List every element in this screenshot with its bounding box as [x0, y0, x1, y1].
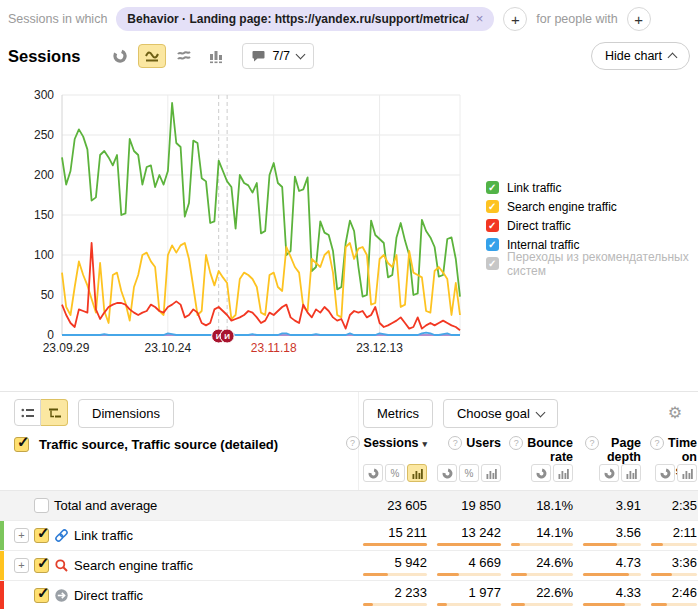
legend-checkbox-icon[interactable] [486, 238, 499, 251]
time-on-site-value: 2:46 [651, 581, 697, 609]
expand-button[interactable] [14, 528, 29, 543]
legend-item[interactable]: Link traffic [486, 181, 698, 194]
help-icon[interactable] [585, 436, 599, 450]
pie-toggle-icon[interactable] [363, 464, 383, 482]
row-label: Total and average [54, 498, 157, 513]
help-icon[interactable] [509, 436, 523, 450]
row-checkbox[interactable] [34, 498, 49, 513]
hide-chart-button[interactable]: Hide chart [591, 42, 690, 70]
view-toggle-group [14, 399, 68, 426]
svg-text:200: 200 [34, 168, 54, 182]
comment-bubble-icon [252, 50, 265, 62]
metrics-toolbar-group: Metrics Choose goal [363, 399, 558, 428]
pie-toggle-icon[interactable] [655, 464, 675, 482]
section-divider [0, 391, 698, 392]
hide-chart-label: Hide chart [605, 49, 662, 63]
legend-checkbox-icon[interactable] [486, 257, 499, 270]
sessions-value: 23 605 [363, 491, 427, 520]
legend-label: Переходы из рекомендательных систем [507, 250, 698, 278]
tree-view-button[interactable] [41, 399, 68, 426]
users-toggles: % [437, 464, 501, 482]
percent-toggle-icon[interactable]: % [459, 464, 479, 482]
tree-view-icon [47, 406, 62, 420]
dimensions-button[interactable]: Dimensions [78, 399, 174, 428]
chart-type-switcher [106, 44, 230, 68]
row-checkbox[interactable] [34, 528, 49, 543]
row-checkbox[interactable] [34, 588, 49, 603]
time-on-site-value: 2:11 [651, 521, 697, 550]
time-on-site-value: 3:36 [651, 551, 697, 580]
remove-segment-icon[interactable] [476, 14, 484, 24]
metrics-button[interactable]: Metrics [363, 399, 433, 428]
legend-item[interactable]: Search engine traffic [486, 200, 698, 213]
legend-item[interactable]: Переходы из рекомендательных систем [486, 257, 698, 270]
legend-label: Direct traffic [507, 219, 571, 233]
bars-toggle-icon[interactable] [621, 464, 641, 482]
add-user-condition-button[interactable] [627, 7, 651, 31]
bars-toggle-icon[interactable] [677, 464, 697, 482]
row-label[interactable]: Search engine traffic [74, 558, 193, 573]
pie-toggle-icon[interactable] [599, 464, 619, 482]
dimension-select-all-checkbox[interactable] [14, 437, 29, 452]
choose-goal-button[interactable]: Choose goal [443, 399, 558, 428]
sessions-value: 2 233 [363, 581, 427, 609]
expand-button[interactable] [14, 558, 29, 573]
legend-checkbox-icon[interactable] [486, 219, 499, 232]
legend-checkbox-icon[interactable] [486, 181, 499, 194]
bars-toggle-icon[interactable] [481, 464, 501, 482]
page-depth-value: 3.56 [583, 521, 641, 550]
yandex-metrica-report: Sessions in which Behavior · Landing pag… [0, 0, 698, 609]
bounce-rate-value: 22.6% [511, 581, 573, 609]
help-icon[interactable] [448, 436, 462, 450]
page-depth-toggles [583, 464, 641, 482]
sessions-value: 5 942 [363, 551, 427, 580]
segment-chip[interactable]: Behavior · Landing page: https://yandex.… [116, 7, 494, 31]
metrics-label: Metrics [377, 406, 419, 421]
percent-toggle-icon[interactable]: % [385, 464, 405, 482]
row-checkbox[interactable] [34, 558, 49, 573]
chevron-down-icon [535, 407, 545, 417]
page-depth-value: 4.73 [583, 551, 641, 580]
bounce-rate-toggles [511, 464, 573, 482]
svg-text:23.12.13: 23.12.13 [356, 341, 403, 355]
svg-text:300: 300 [34, 88, 54, 102]
stacked-areas-icon [176, 48, 192, 64]
legend-label: Search engine traffic [507, 200, 617, 214]
bounce-rate-value: 14.1% [511, 521, 573, 550]
page-depth-value: 4.33 [583, 581, 641, 609]
flat-list-view-button[interactable] [14, 399, 41, 426]
help-icon[interactable] [650, 436, 664, 450]
line-chart-type-button[interactable] [138, 44, 166, 68]
help-icon[interactable] [346, 436, 360, 450]
pie-chart-type-button[interactable] [106, 44, 134, 68]
users-value: 1 977 [437, 581, 501, 609]
annotations-dropdown[interactable]: 7/7 [242, 43, 313, 69]
svg-text:23.10.24: 23.10.24 [144, 341, 191, 355]
table-row-direct-traffic: Direct traffic 2 233 1 977 22.6% 4.33 2:… [0, 581, 698, 609]
table-settings-gear-icon[interactable] [668, 403, 682, 422]
pie-toggle-icon[interactable] [531, 464, 551, 482]
legend-checkbox-icon[interactable] [486, 200, 499, 213]
row-label[interactable]: Link traffic [74, 528, 133, 543]
add-session-condition-button[interactable] [503, 7, 527, 31]
column-chart-type-button[interactable] [202, 44, 230, 68]
svg-text:23.09.29: 23.09.29 [43, 341, 90, 355]
segment-chip-label: Behavior · Landing page: https://yandex.… [127, 12, 468, 26]
sessions-chart: 05010015020025030023.09.2923.10.2423.11.… [0, 84, 470, 362]
search-icon [54, 558, 69, 573]
table-body: Total and average 23 605 19 850 18.1% 3.… [0, 490, 698, 609]
users-value: 19 850 [437, 491, 501, 520]
for-people-with-label: for people with [536, 12, 617, 26]
pie-toggle-icon[interactable] [437, 464, 457, 482]
chart-title: Sessions [8, 47, 80, 66]
stacked-chart-type-button[interactable] [170, 44, 198, 68]
bars-toggle-icon[interactable] [407, 464, 427, 482]
bounce-rate-value: 24.6% [511, 551, 573, 580]
chevron-up-icon [668, 53, 678, 63]
page-depth-value: 3.91 [583, 491, 641, 520]
legend-item[interactable]: Direct traffic [486, 219, 698, 232]
columns-icon [208, 48, 224, 64]
row-label[interactable]: Direct traffic [74, 588, 143, 603]
bars-toggle-icon[interactable] [553, 464, 573, 482]
users-value: 4 669 [437, 551, 501, 580]
